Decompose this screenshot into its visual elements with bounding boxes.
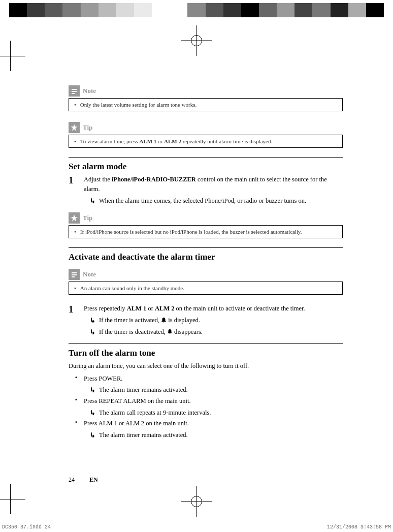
tip-callout: Tip To view alarm time, press ALM 1 or A…: [69, 120, 343, 148]
note-callout: Note Only the latest volume setting for …: [69, 84, 343, 111]
note-item: Only the latest volume setting for alarm…: [74, 102, 337, 108]
note-icon: [69, 85, 80, 97]
step-body: Press repeatedly ALM 1 or ALM 2 on the m…: [84, 304, 343, 337]
tip-title: Tip: [83, 123, 92, 132]
page-content: Note Only the latest volume setting for …: [69, 84, 343, 441]
tip-item: To view alarm time, press ALM 1 or ALM 2…: [74, 138, 337, 144]
step-number: 1: [69, 304, 84, 315]
tip-icon: [69, 122, 80, 133]
result-text: If the timer is activated, is displayed.: [99, 316, 343, 326]
intro-text: During an alarm tone, you can select one…: [69, 361, 343, 371]
page-footer: 24 EN: [69, 476, 98, 484]
crop-mark-icon: [0, 41, 25, 71]
result-arrow-icon: ↳: [90, 316, 99, 326]
step-item: 1 Press repeatedly ALM 1 or ALM 2 on the…: [69, 304, 343, 337]
result-text: When the alarm time comes, the selected …: [99, 196, 343, 206]
section-divider: [69, 247, 343, 248]
tip-title: Tip: [83, 214, 92, 222]
result-arrow-icon: ↳: [90, 327, 99, 337]
color-calibration-bar: [9, 3, 384, 17]
section-divider: [69, 343, 343, 344]
svg-rect-4: [72, 274, 77, 275]
registration-mark-icon: [181, 25, 212, 56]
note-item: An alarm can sound only in the standby m…: [74, 285, 337, 291]
note-title: Note: [83, 87, 96, 95]
result-arrow-icon: ↳: [90, 430, 99, 441]
print-datetime: 12/31/2008 3:43:58 PM: [327, 524, 391, 530]
tip-icon: [69, 212, 80, 224]
tip-callout: Tip If iPod/iPhone source is selected bu…: [69, 211, 343, 238]
heading-turn-off-alarm-tone: Turn off the alarm tone: [69, 348, 343, 358]
svg-rect-1: [72, 91, 77, 92]
file-name: DC350 37.indd 24: [2, 524, 51, 530]
bell-icon: [167, 328, 173, 337]
result-arrow-icon: ↳: [90, 408, 99, 418]
bullet-item: • Press ALM 1 or ALM 2 on the main unit.…: [69, 419, 343, 440]
step-number: 1: [69, 175, 84, 186]
result-text: If the timer is deactivated, disappears.: [99, 327, 343, 337]
page-number: 24: [69, 476, 75, 483]
svg-rect-0: [72, 89, 77, 90]
svg-rect-3: [72, 272, 77, 273]
result-arrow-icon: ↳: [90, 196, 99, 206]
crop-mark-icon: [0, 484, 25, 514]
note-callout: Note An alarm can sound only in the stan…: [69, 267, 343, 295]
section-divider: [69, 157, 343, 158]
heading-activate-alarm-timer: Activate and deactivate the alarm timer: [69, 252, 343, 262]
tip-item: If iPod/iPhone source is selected but no…: [74, 229, 337, 235]
registration-mark-icon: [181, 486, 212, 517]
note-title: Note: [83, 270, 96, 278]
svg-rect-5: [72, 276, 75, 277]
bullet-item: • Press POWER. ↳The alarm timer remains …: [69, 374, 343, 395]
bell-icon: [161, 316, 167, 326]
note-icon: [69, 269, 80, 280]
step-body: Adjust the iPhone/iPod-RADIO-BUZZER cont…: [84, 175, 343, 206]
result-arrow-icon: ↳: [90, 385, 99, 395]
language-code: EN: [89, 476, 98, 483]
heading-set-alarm-mode: Set alarm mode: [69, 162, 343, 172]
print-metadata: DC350 37.indd 24 12/31/2008 3:43:58 PM: [0, 524, 393, 530]
svg-rect-2: [72, 93, 75, 94]
bullet-item: • Press REPEAT ALARM on the main unit. ↳…: [69, 396, 343, 418]
step-item: 1 Adjust the iPhone/iPod-RADIO-BUZZER co…: [69, 175, 343, 206]
